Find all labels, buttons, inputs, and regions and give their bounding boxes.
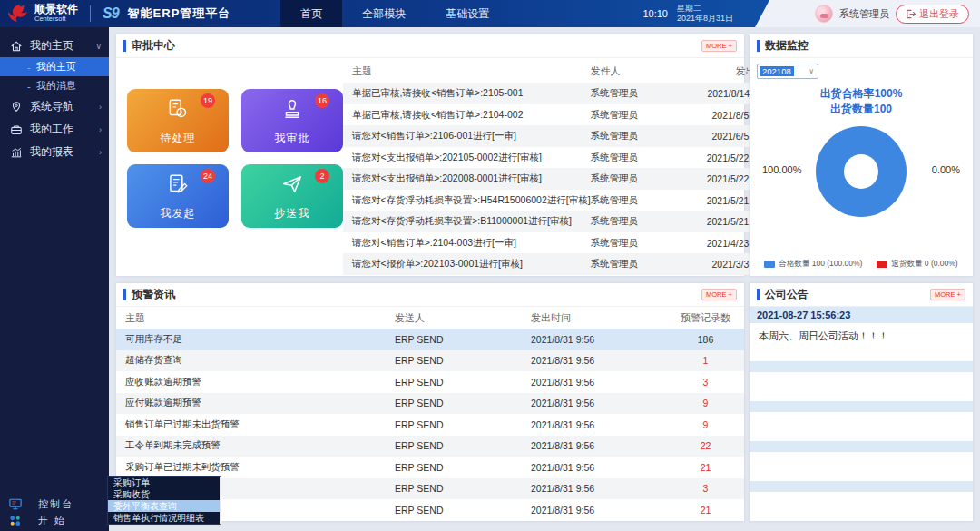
tile-pending[interactable]: 19 待处理 bbox=[127, 89, 229, 152]
logout-icon bbox=[906, 9, 916, 19]
start-button[interactable]: 开 始 bbox=[0, 513, 109, 527]
table-row[interactable]: 超储存货查询ERP SEND2021/8/31 9:561 bbox=[116, 350, 744, 372]
table-row[interactable]: 应收账款逾期预警ERP SEND2021/8/31 9:563 bbox=[116, 371, 744, 393]
cell-subject: 单据已审核,请接收<销售订单>:2105-001 bbox=[343, 87, 591, 100]
table-row[interactable]: 请您对<支出报销单>:202105-0002进行[审核]系统管理员2021/5/… bbox=[343, 147, 779, 169]
stamp-icon bbox=[280, 97, 304, 121]
brand-name-cn: 顺景软件 bbox=[34, 5, 78, 15]
period-select[interactable]: 202108 ∨ bbox=[757, 64, 818, 79]
cell-sender: 系统管理员 bbox=[591, 237, 681, 250]
start-menu-item-balance-query[interactable]: 委外平衡表查询 bbox=[108, 500, 220, 512]
home-icon bbox=[9, 39, 24, 54]
console-button[interactable]: 控制台 bbox=[0, 497, 109, 511]
cell-subject: 超储存货查询 bbox=[116, 354, 395, 367]
sidebar-item-label: 我的主页 bbox=[30, 38, 95, 54]
table-row[interactable]: 工令单到期未完成预警ERP SEND2021/8/31 9:5622 bbox=[116, 436, 744, 457]
alerts-table-header: 主题 发送人 发出时间 预警记录数 bbox=[116, 307, 744, 329]
tile-initiated-by-me[interactable]: 24 我发起 bbox=[127, 164, 229, 228]
start-menu-item-sales-detail-report[interactable]: 销售单执行情况明细表 bbox=[108, 512, 220, 524]
user-area: 系统管理员 退出登录 bbox=[815, 0, 980, 27]
cell-sender: 系统管理员 bbox=[591, 87, 681, 100]
avatar[interactable] bbox=[815, 5, 833, 23]
notice-empty-slot bbox=[750, 481, 973, 492]
cell-time: 2021/8/31 9:56 bbox=[531, 483, 667, 494]
cell-subject: 请您对<存货浮动耗损率设置>:B11000001进行[审核] bbox=[343, 215, 591, 228]
cell-sender: ERP SEND bbox=[395, 355, 531, 366]
col-subject: 主题 bbox=[116, 311, 395, 325]
panel-title: 公司公告 bbox=[765, 287, 808, 302]
title-accent-bar bbox=[757, 40, 760, 52]
sidebar-item-label: 我的工作 bbox=[30, 122, 99, 137]
cell-time: 2021/8/31 9:56 bbox=[531, 419, 667, 430]
col-record-count: 预警记录数 bbox=[667, 311, 744, 325]
tile-cc-to-me[interactable]: 2 抄送我 bbox=[241, 164, 343, 228]
brand-swirl-icon bbox=[7, 4, 29, 24]
table-row[interactable]: 请您对<支出报销单>:202008-0001进行[审核]系统管理员2021/5/… bbox=[343, 168, 779, 190]
start-menu-item-purchase-receipt[interactable]: 采购收货 bbox=[108, 488, 220, 500]
tile-count-badge: 2 bbox=[315, 169, 329, 183]
cell-sender: ERP SEND bbox=[395, 505, 531, 516]
logout-label: 退出登录 bbox=[919, 7, 959, 21]
more-button[interactable]: MORE + bbox=[701, 40, 737, 52]
cell-subject: 应付账款逾期预警 bbox=[116, 397, 395, 409]
cell-sender: 系统管理员 bbox=[591, 194, 681, 207]
table-row[interactable]: 应付账款逾期预警ERP SEND2021/8/31 9:569 bbox=[116, 393, 744, 415]
col-subject: 主题 bbox=[343, 64, 591, 78]
chevron-right-icon: › bbox=[99, 125, 102, 134]
sidebar-item-system-nav[interactable]: 系统导航 › bbox=[0, 95, 109, 118]
notice-empty-slot bbox=[750, 361, 973, 372]
table-row[interactable]: 请您对<存货浮动耗损率设置>:B11000001进行[审核]系统管理员2021/… bbox=[343, 211, 779, 232]
donut-left-label: 100.00% bbox=[762, 164, 801, 175]
shipment-qty-headline: 出货数量100 bbox=[750, 102, 973, 117]
sidebar-subitem-my-home[interactable]: 我的主页 bbox=[0, 57, 109, 76]
nav-tab-basic-settings[interactable]: 基础设置 bbox=[426, 0, 509, 27]
table-row[interactable]: 采购订单已过期未到货预警ERP SEND2021/8/31 9:5621 bbox=[116, 457, 744, 478]
cell-sender: ERP SEND bbox=[395, 440, 531, 451]
logout-button[interactable]: 退出登录 bbox=[896, 5, 969, 24]
notice-empty-slot bbox=[750, 452, 973, 474]
col-sender: 发送人 bbox=[395, 311, 531, 325]
cell-time: 2021/8/31 9:56 bbox=[531, 398, 667, 408]
start-grid-icon bbox=[9, 515, 22, 526]
cell-subject: 可用库存不足 bbox=[116, 333, 395, 346]
table-row[interactable]: 单据已审核,请接收<销售订单>:2105-001系统管理员2021/8/14 1… bbox=[343, 83, 779, 104]
cell-subject: 应收账款逾期预警 bbox=[116, 376, 395, 388]
table-row[interactable]: 请您对<存货浮动耗损率设置>:H54R15006002进行[审核]系统管理员20… bbox=[343, 190, 779, 211]
cell-sender: ERP SEND bbox=[395, 377, 531, 388]
table-row[interactable]: 可用库存不足ERP SEND2021/8/31 9:56186 bbox=[116, 329, 744, 350]
cell-sender: ERP SEND bbox=[395, 334, 531, 345]
notice-empty-slot bbox=[750, 412, 973, 434]
brand-logo: 顺景软件 Centersoft S9 智能ERP管理平台 bbox=[0, 4, 230, 24]
sidebar-subitem-my-messages[interactable]: 我的消息 bbox=[0, 76, 109, 95]
nav-tab-all-modules[interactable]: 全部模块 bbox=[342, 0, 426, 27]
doc-clock-icon bbox=[166, 97, 190, 121]
logo-divider bbox=[90, 5, 91, 22]
sidebar-bottom: 控制台 开 始 bbox=[0, 497, 109, 529]
title-accent-bar bbox=[123, 289, 126, 300]
table-row[interactable]: 请您对<报价单>:202103-0001进行[审核]系统管理员2021/3/3 … bbox=[343, 253, 779, 275]
cell-sender: ERP SEND bbox=[395, 483, 531, 494]
sidebar-item-my-reports[interactable]: 我的报表 › bbox=[0, 141, 109, 163]
more-button[interactable]: MORE + bbox=[701, 289, 737, 300]
col-sender: 发件人 bbox=[591, 64, 681, 78]
table-row[interactable]: 请您对<销售订单>:2104-003进行[一审]系统管理员2021/4/23 1… bbox=[343, 232, 779, 254]
platform-title: 智能ERP管理平台 bbox=[128, 5, 231, 22]
tile-my-approvals[interactable]: 16 我审批 bbox=[241, 89, 343, 152]
nav-tab-home[interactable]: 首页 bbox=[280, 0, 342, 27]
cell-subject: 请您对<支出报销单>:202008-0001进行[审核] bbox=[343, 172, 591, 185]
table-row[interactable]: 单据已审核,请接收<销售订单>:2104-002系统管理员2021/8/5 16… bbox=[343, 104, 779, 126]
notice-content[interactable]: 本周六、周日公司活动！！！ bbox=[750, 323, 973, 354]
table-row[interactable]: 销售订单已过期未出货预警ERP SEND2021/8/31 9:569 bbox=[116, 414, 744, 436]
start-menu-item-purchase-order[interactable]: 采购订单 bbox=[108, 477, 220, 488]
more-button[interactable]: MORE + bbox=[930, 289, 965, 300]
table-row[interactable]: 请您对<销售订单>:2106-001进行[一审]系统管理员2021/6/5 14… bbox=[343, 125, 779, 147]
cell-count: 9 bbox=[667, 398, 744, 408]
briefcase-icon bbox=[9, 123, 24, 137]
approval-center-panel: 审批中心 MORE + 19 待处理 16 我审批 24 我发起 bbox=[116, 34, 744, 276]
sidebar-item-my-work[interactable]: 我的工作 › bbox=[0, 118, 109, 141]
sidebar-item-my-home[interactable]: 我的主页 ∨ bbox=[0, 34, 109, 57]
cell-subject: 请您对<销售订单>:2104-003进行[一审] bbox=[343, 237, 591, 250]
sidebar-item-label: 我的报表 bbox=[30, 144, 99, 160]
cell-time: 2021/8/31 9:56 bbox=[531, 334, 667, 345]
tile-label: 我审批 bbox=[275, 131, 310, 146]
